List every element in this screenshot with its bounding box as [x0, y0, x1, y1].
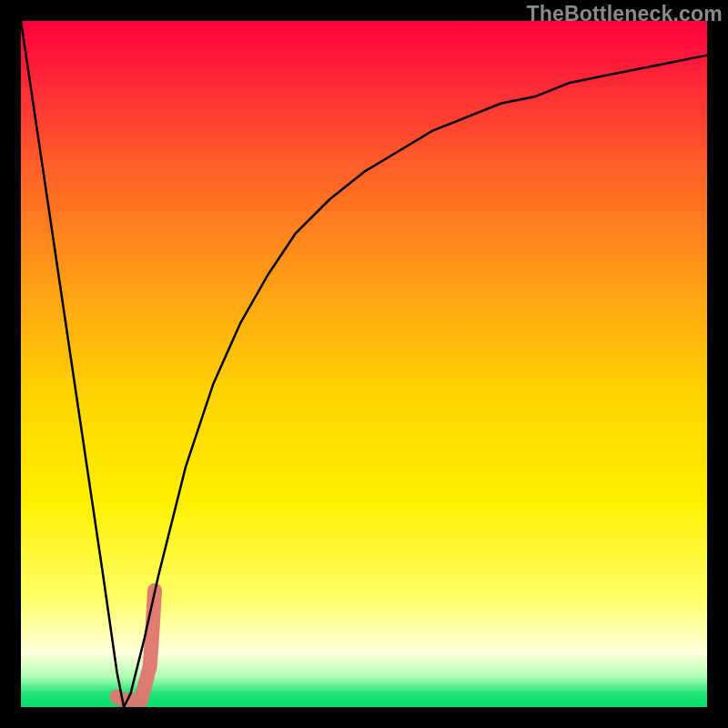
- chart-frame: TheBottleneck.com: [0, 0, 728, 728]
- plot-area: [21, 21, 707, 707]
- svg-rect-0: [21, 21, 707, 707]
- gradient-background: [21, 21, 707, 707]
- watermark-text: TheBottleneck.com: [526, 2, 723, 26]
